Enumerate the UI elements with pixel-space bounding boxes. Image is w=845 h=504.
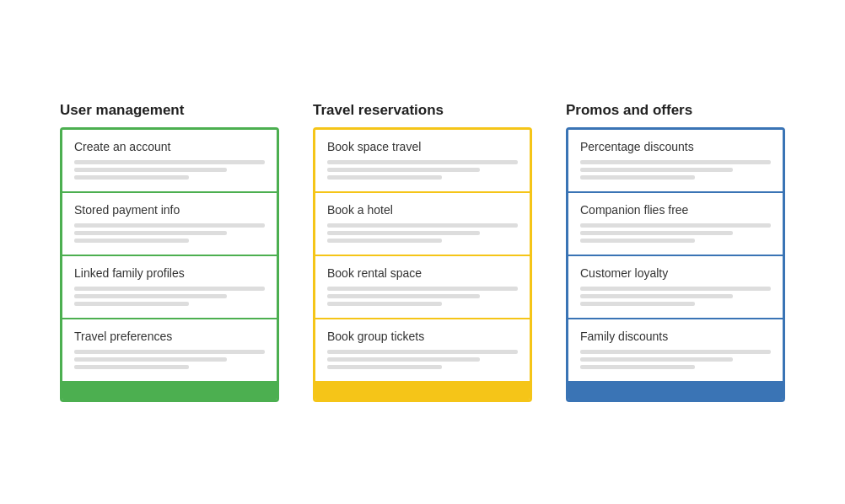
card-label-travel-preferences: Travel preferences	[74, 330, 265, 343]
line-full	[74, 287, 265, 291]
card-companion-flies-free[interactable]: Companion flies free	[568, 193, 783, 256]
line-short	[580, 175, 695, 180]
card-label-book-rental-space: Book rental space	[327, 266, 518, 280]
column-footer-promos-offers	[568, 383, 783, 399]
line-med	[580, 294, 733, 298]
card-label-customer-loyalty: Customer loyalty	[580, 266, 771, 280]
line-full	[74, 223, 265, 228]
card-label-stored-payment: Stored payment info	[74, 203, 265, 217]
line-short	[74, 365, 189, 369]
line-med	[327, 168, 480, 172]
card-label-linked-family: Linked family profiles	[74, 266, 265, 280]
line-full	[74, 160, 265, 164]
column-promos-offers: Promos and offersPercentage discountsCom…	[566, 102, 785, 402]
line-med	[74, 294, 227, 298]
line-med	[327, 231, 480, 235]
line-short	[327, 302, 442, 306]
card-label-create-account: Create an account	[74, 140, 265, 153]
column-title-user-management: User management	[60, 102, 279, 119]
line-full	[327, 223, 518, 228]
column-travel-reservations: Travel reservationsBook space travelBook…	[313, 102, 532, 402]
card-create-account[interactable]: Create an account	[62, 130, 277, 193]
line-med	[327, 294, 480, 298]
card-book-group-tickets[interactable]: Book group tickets	[315, 319, 530, 383]
card-label-family-discounts: Family discounts	[580, 330, 771, 343]
line-full	[580, 223, 771, 228]
card-stored-payment[interactable]: Stored payment info	[62, 193, 277, 256]
line-short	[74, 175, 189, 180]
line-short	[74, 302, 189, 306]
card-book-hotel[interactable]: Book a hotel	[315, 193, 530, 256]
line-short	[580, 302, 695, 306]
card-label-book-space-travel: Book space travel	[327, 140, 518, 153]
line-short	[580, 365, 695, 369]
line-med	[580, 231, 733, 235]
line-short	[580, 239, 695, 243]
card-percentage-discounts[interactable]: Percentage discounts	[568, 130, 783, 193]
line-full	[327, 287, 518, 291]
column-footer-user-management	[62, 383, 277, 399]
column-body-user-management: Create an accountStored payment infoLink…	[60, 127, 279, 402]
page-container: User managementCreate an accountStored p…	[26, 77, 819, 427]
line-short	[327, 239, 442, 243]
card-label-book-group-tickets: Book group tickets	[327, 330, 518, 343]
card-customer-loyalty[interactable]: Customer loyalty	[568, 256, 783, 319]
column-footer-travel-reservations	[315, 383, 530, 399]
card-linked-family[interactable]: Linked family profiles	[62, 256, 277, 319]
line-full	[327, 350, 518, 354]
column-user-management: User managementCreate an accountStored p…	[60, 102, 279, 402]
line-short	[74, 239, 189, 243]
card-label-percentage-discounts: Percentage discounts	[580, 140, 771, 153]
line-med	[327, 357, 480, 362]
line-short	[327, 175, 442, 180]
card-label-companion-flies-free: Companion flies free	[580, 203, 771, 217]
line-full	[580, 160, 771, 164]
line-med	[74, 168, 227, 172]
card-label-book-hotel: Book a hotel	[327, 203, 518, 217]
line-short	[327, 365, 442, 369]
line-med	[74, 357, 227, 362]
card-book-space-travel[interactable]: Book space travel	[315, 130, 530, 193]
line-med	[580, 168, 733, 172]
line-full	[327, 160, 518, 164]
card-family-discounts[interactable]: Family discounts	[568, 319, 783, 383]
card-travel-preferences[interactable]: Travel preferences	[62, 319, 277, 383]
line-med	[74, 231, 227, 235]
line-med	[580, 357, 733, 362]
line-full	[580, 350, 771, 354]
line-full	[74, 350, 265, 354]
column-title-travel-reservations: Travel reservations	[313, 102, 532, 119]
card-book-rental-space[interactable]: Book rental space	[315, 256, 530, 319]
column-body-promos-offers: Percentage discountsCompanion flies free…	[566, 127, 785, 402]
column-title-promos-offers: Promos and offers	[566, 102, 785, 119]
column-body-travel-reservations: Book space travelBook a hotelBook rental…	[313, 127, 532, 402]
line-full	[580, 287, 771, 291]
